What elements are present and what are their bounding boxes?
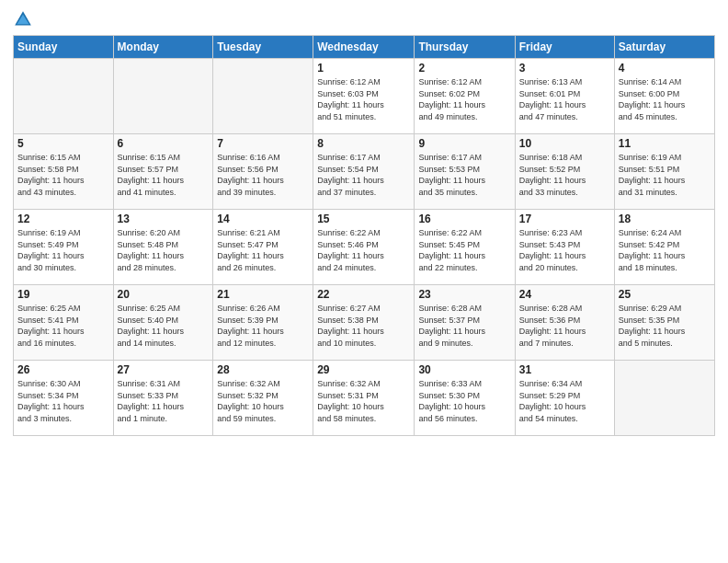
day-number: 12 [17,213,109,225]
day-info: Sunrise: 6:13 AM Sunset: 6:01 PM Dayligh… [519,76,610,122]
week-row-3: 12Sunrise: 6:19 AM Sunset: 5:49 PM Dayli… [14,210,715,285]
day-info: Sunrise: 6:26 AM Sunset: 5:39 PM Dayligh… [217,303,309,349]
day-info: Sunrise: 6:25 AM Sunset: 5:40 PM Dayligh… [118,303,210,349]
day-cell: 10Sunrise: 6:18 AM Sunset: 5:52 PM Dayli… [515,134,614,210]
weekday-monday: Monday [113,36,213,59]
day-cell: 20Sunrise: 6:25 AM Sunset: 5:40 PM Dayli… [113,285,213,361]
weekday-header-row: SundayMondayTuesdayWednesdayThursdayFrid… [14,36,715,59]
day-info: Sunrise: 6:19 AM Sunset: 5:51 PM Dayligh… [619,152,711,198]
day-cell: 8Sunrise: 6:17 AM Sunset: 5:54 PM Daylig… [313,134,415,210]
day-cell: 12Sunrise: 6:19 AM Sunset: 5:49 PM Dayli… [14,210,114,285]
day-cell: 31Sunrise: 6:34 AM Sunset: 5:29 PM Dayli… [515,361,614,436]
day-number: 2 [418,62,510,75]
day-info: Sunrise: 6:25 AM Sunset: 5:41 PM Dayligh… [17,303,109,349]
day-info: Sunrise: 6:21 AM Sunset: 5:47 PM Dayligh… [217,227,309,273]
day-info: Sunrise: 6:27 AM Sunset: 5:38 PM Dayligh… [317,303,410,349]
day-number: 25 [619,288,711,301]
day-cell: 6Sunrise: 6:15 AM Sunset: 5:57 PM Daylig… [113,134,213,210]
weekday-wednesday: Wednesday [313,36,415,59]
day-cell: 27Sunrise: 6:31 AM Sunset: 5:33 PM Dayli… [113,361,213,436]
day-number: 5 [17,137,109,150]
day-cell [213,59,313,134]
week-row-1: 1Sunrise: 6:12 AM Sunset: 6:03 PM Daylig… [14,59,715,134]
day-cell: 26Sunrise: 6:30 AM Sunset: 5:34 PM Dayli… [14,361,114,436]
day-info: Sunrise: 6:14 AM Sunset: 6:00 PM Dayligh… [619,76,711,122]
day-cell: 4Sunrise: 6:14 AM Sunset: 6:00 PM Daylig… [614,59,714,134]
day-number: 17 [519,213,610,225]
day-cell: 17Sunrise: 6:23 AM Sunset: 5:43 PM Dayli… [515,210,614,285]
day-cell: 28Sunrise: 6:32 AM Sunset: 5:32 PM Dayli… [213,361,313,436]
day-cell: 9Sunrise: 6:17 AM Sunset: 5:53 PM Daylig… [415,134,515,210]
day-info: Sunrise: 6:15 AM Sunset: 5:58 PM Dayligh… [17,152,109,198]
day-cell: 24Sunrise: 6:28 AM Sunset: 5:36 PM Dayli… [515,285,614,361]
day-number: 29 [317,363,410,376]
day-cell: 25Sunrise: 6:29 AM Sunset: 5:35 PM Dayli… [614,285,714,361]
week-row-5: 26Sunrise: 6:30 AM Sunset: 5:34 PM Dayli… [14,361,715,436]
day-cell: 29Sunrise: 6:32 AM Sunset: 5:31 PM Dayli… [313,361,415,436]
day-number: 19 [17,288,109,301]
page-header [13,9,715,29]
day-number: 8 [317,137,410,150]
logo-icon [13,9,33,29]
day-info: Sunrise: 6:23 AM Sunset: 5:43 PM Dayligh… [519,227,610,273]
day-info: Sunrise: 6:32 AM Sunset: 5:31 PM Dayligh… [317,378,410,424]
day-cell: 18Sunrise: 6:24 AM Sunset: 5:42 PM Dayli… [614,210,714,285]
day-info: Sunrise: 6:18 AM Sunset: 5:52 PM Dayligh… [519,152,610,198]
day-info: Sunrise: 6:22 AM Sunset: 5:46 PM Dayligh… [317,227,410,273]
day-info: Sunrise: 6:15 AM Sunset: 5:57 PM Dayligh… [118,152,210,198]
day-info: Sunrise: 6:24 AM Sunset: 5:42 PM Dayligh… [619,227,711,273]
weekday-sunday: Sunday [14,36,114,59]
day-info: Sunrise: 6:17 AM Sunset: 5:53 PM Dayligh… [418,152,510,198]
day-info: Sunrise: 6:29 AM Sunset: 5:35 PM Dayligh… [619,303,711,349]
day-number: 23 [418,288,510,301]
day-info: Sunrise: 6:20 AM Sunset: 5:48 PM Dayligh… [118,227,210,273]
week-row-2: 5Sunrise: 6:15 AM Sunset: 5:58 PM Daylig… [14,134,715,210]
day-info: Sunrise: 6:28 AM Sunset: 5:37 PM Dayligh… [418,303,510,349]
day-cell: 14Sunrise: 6:21 AM Sunset: 5:47 PM Dayli… [213,210,313,285]
weekday-saturday: Saturday [614,36,714,59]
day-number: 6 [118,137,210,150]
logo [13,9,35,29]
day-cell: 1Sunrise: 6:12 AM Sunset: 6:03 PM Daylig… [313,59,415,134]
weekday-friday: Friday [515,36,614,59]
day-info: Sunrise: 6:19 AM Sunset: 5:49 PM Dayligh… [17,227,109,273]
day-number: 4 [619,62,711,75]
day-cell: 11Sunrise: 6:19 AM Sunset: 5:51 PM Dayli… [614,134,714,210]
day-number: 26 [17,363,109,376]
day-info: Sunrise: 6:28 AM Sunset: 5:36 PM Dayligh… [519,303,610,349]
day-info: Sunrise: 6:12 AM Sunset: 6:02 PM Dayligh… [418,76,510,122]
day-number: 20 [118,288,210,301]
day-cell [14,59,114,134]
day-cell: 5Sunrise: 6:15 AM Sunset: 5:58 PM Daylig… [14,134,114,210]
day-cell: 3Sunrise: 6:13 AM Sunset: 6:01 PM Daylig… [515,59,614,134]
day-number: 9 [418,137,510,150]
day-cell: 22Sunrise: 6:27 AM Sunset: 5:38 PM Dayli… [313,285,415,361]
day-cell: 16Sunrise: 6:22 AM Sunset: 5:45 PM Dayli… [415,210,515,285]
day-info: Sunrise: 6:34 AM Sunset: 5:29 PM Dayligh… [519,378,610,424]
day-number: 27 [118,363,210,376]
day-number: 1 [317,62,410,75]
calendar: SundayMondayTuesdayWednesdayThursdayFrid… [13,35,715,436]
day-info: Sunrise: 6:32 AM Sunset: 5:32 PM Dayligh… [217,378,309,424]
day-cell: 21Sunrise: 6:26 AM Sunset: 5:39 PM Dayli… [213,285,313,361]
day-info: Sunrise: 6:33 AM Sunset: 5:30 PM Dayligh… [418,378,510,424]
day-number: 15 [317,213,410,225]
day-cell: 13Sunrise: 6:20 AM Sunset: 5:48 PM Dayli… [113,210,213,285]
day-cell [614,361,714,436]
day-info: Sunrise: 6:30 AM Sunset: 5:34 PM Dayligh… [17,378,109,424]
day-cell: 2Sunrise: 6:12 AM Sunset: 6:02 PM Daylig… [415,59,515,134]
day-number: 3 [519,62,610,75]
day-number: 28 [217,363,309,376]
weekday-thursday: Thursday [415,36,515,59]
day-number: 13 [118,213,210,225]
day-info: Sunrise: 6:17 AM Sunset: 5:54 PM Dayligh… [317,152,410,198]
day-info: Sunrise: 6:12 AM Sunset: 6:03 PM Dayligh… [317,76,410,122]
day-cell: 15Sunrise: 6:22 AM Sunset: 5:46 PM Dayli… [313,210,415,285]
day-number: 21 [217,288,309,301]
day-number: 22 [317,288,410,301]
weekday-tuesday: Tuesday [213,36,313,59]
day-number: 31 [519,363,610,376]
day-number: 7 [217,137,309,150]
day-number: 10 [519,137,610,150]
day-cell: 7Sunrise: 6:16 AM Sunset: 5:56 PM Daylig… [213,134,313,210]
